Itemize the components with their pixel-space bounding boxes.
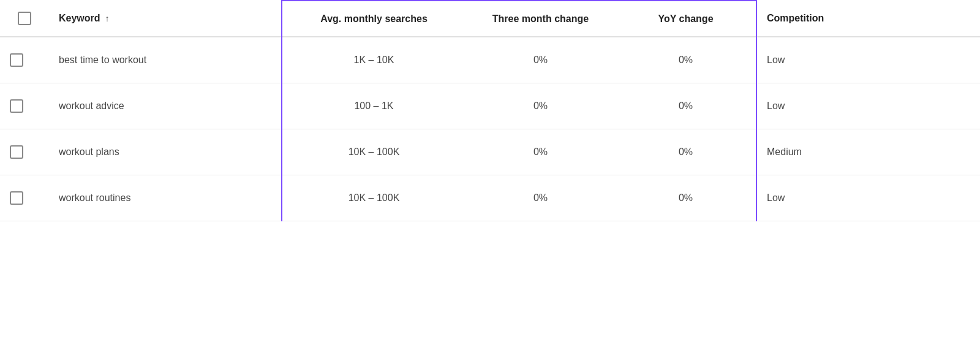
row-avg-3: 10K – 100K	[282, 129, 466, 175]
row-competition-4: Low	[756, 175, 980, 221]
row-checkbox-3[interactable]	[10, 145, 23, 159]
row-checkbox-cell	[0, 175, 49, 221]
row-keyword-2: workout advice	[49, 83, 282, 129]
row-three-month-1: 0%	[466, 37, 616, 83]
row-keyword-4: workout routines	[49, 175, 282, 221]
row-avg-4: 10K – 100K	[282, 175, 466, 221]
row-checkbox-2[interactable]	[10, 99, 23, 113]
keyword-header-label: Keyword	[59, 13, 100, 24]
header-three-month: Three month change	[466, 1, 616, 37]
row-three-month-2: 0%	[466, 83, 616, 129]
row-competition-1: Low	[756, 37, 980, 83]
header-keyword: Keyword ↑	[49, 1, 282, 37]
row-yoy-2: 0%	[616, 83, 756, 129]
table-row: best time to workout 1K – 10K 0% 0% Low	[0, 37, 980, 83]
row-checkbox-cell	[0, 129, 49, 175]
keyword-table: Keyword ↑ Avg. monthly searches Three mo…	[0, 0, 980, 221]
row-yoy-4: 0%	[616, 175, 756, 221]
row-avg-2: 100 – 1K	[282, 83, 466, 129]
header-avg-monthly: Avg. monthly searches	[282, 1, 466, 37]
keyword-table-wrapper: Keyword ↑ Avg. monthly searches Three mo…	[0, 0, 980, 347]
row-keyword-3: workout plans	[49, 129, 282, 175]
row-three-month-4: 0%	[466, 175, 616, 221]
header-yoy: YoY change	[616, 1, 756, 37]
sort-arrow-icon[interactable]: ↑	[105, 13, 110, 23]
header-checkbox[interactable]	[18, 12, 31, 25]
row-yoy-3: 0%	[616, 129, 756, 175]
row-keyword-1: best time to workout	[49, 37, 282, 83]
row-checkbox-cell	[0, 37, 49, 83]
row-checkbox-cell	[0, 83, 49, 129]
row-yoy-1: 0%	[616, 37, 756, 83]
avg-monthly-label: Avg. monthly searches	[320, 13, 428, 24]
row-three-month-3: 0%	[466, 129, 616, 175]
header-checkbox-cell	[0, 1, 49, 37]
row-avg-1: 1K – 10K	[282, 37, 466, 83]
row-competition-3: Medium	[756, 129, 980, 175]
row-checkbox-4[interactable]	[10, 191, 23, 205]
table-row: workout advice 100 – 1K 0% 0% Low	[0, 83, 980, 129]
table-row: workout plans 10K – 100K 0% 0% Medium	[0, 129, 980, 175]
table-row: workout routines 10K – 100K 0% 0% Low	[0, 175, 980, 221]
row-checkbox-1[interactable]	[10, 53, 23, 67]
yoy-label: YoY change	[658, 13, 713, 24]
competition-label: Competition	[767, 13, 824, 23]
row-competition-2: Low	[756, 83, 980, 129]
three-month-label: Three month change	[492, 13, 589, 24]
header-competition: Competition	[756, 1, 980, 37]
